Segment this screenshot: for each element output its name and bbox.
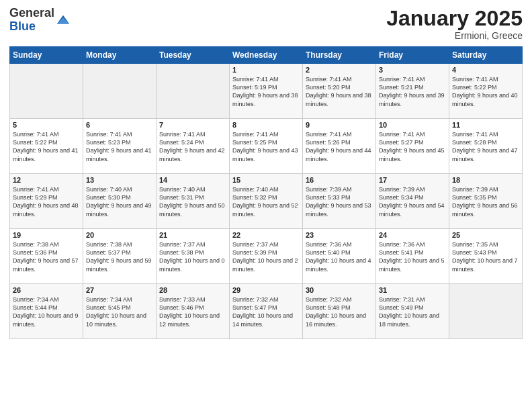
calendar-cell: 9Sunrise: 7:41 AM Sunset: 5:26 PM Daylig… [303,119,376,174]
day-info: Sunrise: 7:37 AM Sunset: 5:39 PM Dayligh… [232,240,300,273]
calendar-week-5: 26Sunrise: 7:34 AM Sunset: 5:44 PM Dayli… [10,284,523,339]
calendar-cell: 17Sunrise: 7:39 AM Sunset: 5:34 PM Dayli… [376,174,449,229]
calendar-cell [83,64,157,119]
day-number: 4 [452,66,519,74]
svg-marker-1 [57,17,69,24]
day-info: Sunrise: 7:40 AM Sunset: 5:32 PM Dayligh… [232,185,300,218]
title-block: January 2025 Ermioni, Greece [386,7,523,41]
logo-general-text: General [9,7,54,20]
day-info: Sunrise: 7:41 AM Sunset: 5:25 PM Dayligh… [232,130,300,163]
day-number: 22 [232,231,300,239]
day-number: 12 [13,176,80,184]
day-info: Sunrise: 7:35 AM Sunset: 5:43 PM Dayligh… [452,240,519,273]
col-header-wednesday: Wednesday [230,47,303,64]
day-number: 19 [13,231,80,239]
day-info: Sunrise: 7:31 AM Sunset: 5:49 PM Dayligh… [379,295,446,328]
day-info: Sunrise: 7:41 AM Sunset: 5:19 PM Dayligh… [232,75,300,108]
calendar-cell: 19Sunrise: 7:38 AM Sunset: 5:36 PM Dayli… [10,229,83,284]
day-info: Sunrise: 7:41 AM Sunset: 5:29 PM Dayligh… [13,185,80,218]
calendar-cell: 2Sunrise: 7:41 AM Sunset: 5:20 PM Daylig… [303,64,376,119]
calendar-week-1: 1Sunrise: 7:41 AM Sunset: 5:19 PM Daylig… [10,64,523,119]
day-info: Sunrise: 7:32 AM Sunset: 5:47 PM Dayligh… [232,295,300,328]
calendar-table: SundayMondayTuesdayWednesdayThursdayFrid… [9,46,523,339]
calendar-cell [10,64,83,119]
day-info: Sunrise: 7:38 AM Sunset: 5:37 PM Dayligh… [86,240,153,273]
day-info: Sunrise: 7:40 AM Sunset: 5:30 PM Dayligh… [86,185,153,218]
day-number: 14 [159,176,226,184]
day-info: Sunrise: 7:39 AM Sunset: 5:33 PM Dayligh… [306,185,373,218]
calendar-cell: 24Sunrise: 7:36 AM Sunset: 5:41 PM Dayli… [376,229,449,284]
day-number: 1 [232,66,300,74]
day-number: 2 [306,66,373,74]
calendar-cell: 28Sunrise: 7:33 AM Sunset: 5:46 PM Dayli… [157,284,230,339]
day-info: Sunrise: 7:33 AM Sunset: 5:46 PM Dayligh… [159,295,226,328]
calendar-cell: 12Sunrise: 7:41 AM Sunset: 5:29 PM Dayli… [10,174,83,229]
day-info: Sunrise: 7:34 AM Sunset: 5:44 PM Dayligh… [13,295,80,328]
calendar-subtitle: Ermioni, Greece [386,30,523,41]
calendar-week-4: 19Sunrise: 7:38 AM Sunset: 5:36 PM Dayli… [10,229,523,284]
day-info: Sunrise: 7:40 AM Sunset: 5:31 PM Dayligh… [159,185,226,218]
calendar-cell: 15Sunrise: 7:40 AM Sunset: 5:32 PM Dayli… [230,174,303,229]
calendar-cell: 25Sunrise: 7:35 AM Sunset: 5:43 PM Dayli… [449,229,523,284]
calendar-cell [157,64,230,119]
day-info: Sunrise: 7:36 AM Sunset: 5:40 PM Dayligh… [306,240,373,273]
day-info: Sunrise: 7:39 AM Sunset: 5:34 PM Dayligh… [379,185,446,218]
day-info: Sunrise: 7:41 AM Sunset: 5:22 PM Dayligh… [452,75,519,108]
calendar-title: January 2025 [386,7,523,30]
day-info: Sunrise: 7:36 AM Sunset: 5:41 PM Dayligh… [379,240,446,273]
day-number: 24 [379,231,446,239]
calendar-cell: 10Sunrise: 7:41 AM Sunset: 5:27 PM Dayli… [376,119,449,174]
day-info: Sunrise: 7:41 AM Sunset: 5:24 PM Dayligh… [159,130,226,163]
calendar-cell: 16Sunrise: 7:39 AM Sunset: 5:33 PM Dayli… [303,174,376,229]
calendar-cell: 23Sunrise: 7:36 AM Sunset: 5:40 PM Dayli… [303,229,376,284]
day-info: Sunrise: 7:37 AM Sunset: 5:38 PM Dayligh… [159,240,226,273]
day-number: 28 [159,286,226,294]
day-number: 8 [232,121,300,129]
day-info: Sunrise: 7:41 AM Sunset: 5:22 PM Dayligh… [13,130,80,163]
day-info: Sunrise: 7:41 AM Sunset: 5:26 PM Dayligh… [306,130,373,163]
calendar-cell: 21Sunrise: 7:37 AM Sunset: 5:38 PM Dayli… [157,229,230,284]
day-number: 17 [379,176,446,184]
day-number: 11 [452,121,519,129]
col-header-saturday: Saturday [449,47,523,64]
day-number: 23 [306,231,373,239]
day-number: 15 [232,176,300,184]
day-number: 21 [159,231,226,239]
day-number: 6 [86,121,153,129]
col-header-tuesday: Tuesday [157,47,230,64]
calendar-header-row: SundayMondayTuesdayWednesdayThursdayFrid… [10,47,523,64]
day-number: 26 [13,286,80,294]
calendar-cell: 27Sunrise: 7:34 AM Sunset: 5:45 PM Dayli… [83,284,157,339]
calendar-cell: 7Sunrise: 7:41 AM Sunset: 5:24 PM Daylig… [157,119,230,174]
day-info: Sunrise: 7:41 AM Sunset: 5:27 PM Dayligh… [379,130,446,163]
col-header-sunday: Sunday [10,47,83,64]
col-header-thursday: Thursday [303,47,376,64]
calendar-cell: 30Sunrise: 7:32 AM Sunset: 5:48 PM Dayli… [303,284,376,339]
day-info: Sunrise: 7:34 AM Sunset: 5:45 PM Dayligh… [86,295,153,328]
logo: General Blue [9,7,71,34]
day-number: 31 [379,286,446,294]
day-number: 10 [379,121,446,129]
calendar-week-2: 5Sunrise: 7:41 AM Sunset: 5:22 PM Daylig… [10,119,523,174]
day-info: Sunrise: 7:41 AM Sunset: 5:23 PM Dayligh… [86,130,153,163]
day-number: 13 [86,176,153,184]
calendar-cell: 18Sunrise: 7:39 AM Sunset: 5:35 PM Dayli… [449,174,523,229]
day-number: 25 [452,231,519,239]
logo-icon [56,13,71,28]
col-header-monday: Monday [83,47,157,64]
calendar-cell: 1Sunrise: 7:41 AM Sunset: 5:19 PM Daylig… [230,64,303,119]
day-number: 16 [306,176,373,184]
day-info: Sunrise: 7:41 AM Sunset: 5:28 PM Dayligh… [452,130,519,163]
calendar-cell [449,284,523,339]
col-header-friday: Friday [376,47,449,64]
calendar-cell: 8Sunrise: 7:41 AM Sunset: 5:25 PM Daylig… [230,119,303,174]
logo-blue-text: Blue [9,20,54,34]
day-number: 30 [306,286,373,294]
day-info: Sunrise: 7:38 AM Sunset: 5:36 PM Dayligh… [13,240,80,273]
day-number: 29 [232,286,300,294]
calendar-cell: 13Sunrise: 7:40 AM Sunset: 5:30 PM Dayli… [83,174,157,229]
calendar-cell: 31Sunrise: 7:31 AM Sunset: 5:49 PM Dayli… [376,284,449,339]
day-number: 7 [159,121,226,129]
day-number: 27 [86,286,153,294]
day-info: Sunrise: 7:32 AM Sunset: 5:48 PM Dayligh… [306,295,373,328]
